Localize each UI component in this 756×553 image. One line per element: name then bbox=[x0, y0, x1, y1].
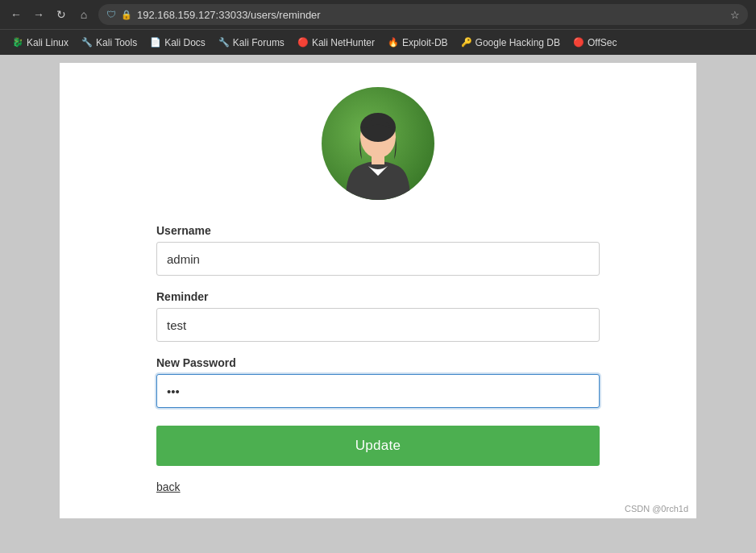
star-icon: ☆ bbox=[730, 9, 740, 21]
bookmark-kali-docs[interactable]: 📄 Kali Docs bbox=[144, 35, 211, 51]
forward-nav-button[interactable]: → bbox=[31, 6, 47, 23]
lock-icon: 🔒 bbox=[121, 10, 132, 20]
back-link[interactable]: back bbox=[156, 480, 181, 493]
new-password-label: New Password bbox=[156, 356, 600, 369]
login-card: Username Reminder New Password Update ba… bbox=[60, 63, 696, 518]
avatar-svg bbox=[330, 103, 426, 200]
reminder-input[interactable] bbox=[156, 308, 600, 342]
kali-tools-icon: 🔧 bbox=[81, 37, 93, 48]
shield-icon: 🛡 bbox=[106, 9, 116, 20]
bookmark-google-hacking-db[interactable]: 🔑 Google Hacking DB bbox=[455, 35, 566, 51]
bookmark-kali-forums[interactable]: 🔧 Kali Forums bbox=[213, 35, 290, 51]
bookmark-kali-nethunter[interactable]: 🔴 Kali NetHunter bbox=[292, 35, 380, 51]
svg-rect-2 bbox=[372, 155, 384, 164]
kali-nethunter-icon: 🔴 bbox=[297, 37, 309, 48]
address-bar[interactable]: 🛡 🔒 192.168.159.127:33033/users/reminder… bbox=[98, 4, 748, 25]
update-button[interactable]: Update bbox=[156, 426, 600, 466]
kali-forums-icon: 🔧 bbox=[218, 37, 230, 48]
bookmark-exploit-db[interactable]: 🔥 Exploit-DB bbox=[382, 35, 454, 51]
back-nav-button[interactable]: ← bbox=[8, 6, 24, 23]
username-label: Username bbox=[156, 224, 600, 237]
username-group: Username bbox=[156, 224, 600, 276]
url-text: 192.168.159.127:33033/users/reminder bbox=[137, 9, 725, 21]
offsec-icon: 🔴 bbox=[573, 37, 584, 48]
new-password-group: New Password bbox=[156, 356, 600, 408]
reload-button[interactable]: ↻ bbox=[53, 6, 69, 23]
bookmark-offsec[interactable]: 🔴 OffSec bbox=[567, 35, 622, 51]
titlebar: ← → ↻ ⌂ 🛡 🔒 192.168.159.127:33033/users/… bbox=[0, 0, 756, 29]
home-button[interactable]: ⌂ bbox=[76, 6, 92, 23]
watermark: CSDN @0rch1d bbox=[625, 504, 688, 514]
reminder-group: Reminder bbox=[156, 290, 600, 342]
username-input[interactable] bbox=[156, 242, 600, 276]
reminder-label: Reminder bbox=[156, 290, 600, 303]
kali-docs-icon: 📄 bbox=[150, 37, 161, 48]
avatar-container bbox=[156, 87, 600, 200]
avatar bbox=[322, 87, 434, 200]
bookmark-kali-tools[interactable]: 🔧 Kali Tools bbox=[76, 35, 143, 51]
kali-linux-icon: 🐉 bbox=[12, 37, 23, 48]
exploit-db-icon: 🔥 bbox=[388, 37, 399, 48]
page-body: Username Reminder New Password Update ba… bbox=[0, 55, 756, 553]
bookmarks-bar: 🐉 Kali Linux 🔧 Kali Tools 📄 Kali Docs 🔧 … bbox=[0, 29, 756, 55]
bookmark-kali-linux[interactable]: 🐉 Kali Linux bbox=[6, 35, 74, 51]
new-password-input[interactable] bbox=[156, 374, 600, 408]
browser-chrome: ← → ↻ ⌂ 🛡 🔒 192.168.159.127:33033/users/… bbox=[0, 0, 756, 55]
google-hacking-db-icon: 🔑 bbox=[461, 37, 472, 48]
